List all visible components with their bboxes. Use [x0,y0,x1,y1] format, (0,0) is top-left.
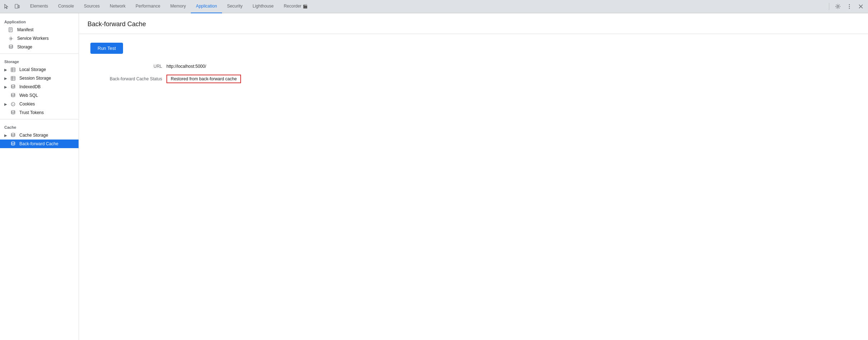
cache-status-row: Back-forward Cache Status Restored from … [90,75,857,83]
tab-network[interactable]: Network [105,0,131,13]
table-icon-session [11,76,16,81]
cookies-label: Cookies [19,101,35,107]
svg-point-15 [13,104,14,105]
tab-security[interactable]: Security [222,0,247,13]
local-storage-label: Local Storage [19,67,46,72]
sidebar-section-storage: Storage [0,56,79,65]
svg-point-16 [13,104,13,105]
sidebar-item-storage[interactable]: Storage [0,43,79,51]
sidebar-item-local-storage[interactable]: ▶ Local Storage [0,65,79,74]
page-title: Back-forward Cache [88,20,859,28]
cache-status-value: Restored from back-forward cache [166,75,241,83]
more-icon[interactable] [845,2,854,11]
svg-point-17 [11,110,15,112]
svg-rect-9 [11,68,15,72]
run-test-button[interactable]: Run Test [90,43,123,54]
svg-point-11 [11,85,15,86]
table-icon-local [11,67,16,72]
svg-point-13 [11,102,15,106]
tab-console[interactable]: Console [53,0,79,13]
database-icon-cache [11,133,16,138]
back-forward-cache-label: Back-forward Cache [19,141,58,146]
sidebar-item-indexeddb[interactable]: ▶ IndexedDB [0,82,79,91]
tab-memory[interactable]: Memory [165,0,191,13]
url-label: URL [90,64,162,69]
svg-point-12 [11,93,15,95]
tab-lighthouse[interactable]: Lighthouse [247,0,279,13]
manifest-label: Manifest [17,27,33,32]
expand-local-storage-icon[interactable]: ▶ [4,68,7,72]
expand-session-storage-icon[interactable]: ▶ [4,76,7,80]
database-icon-indexed [11,84,16,89]
sidebar-item-back-forward-cache[interactable]: Back-forward Cache [0,140,79,148]
session-storage-label: Session Storage [19,76,51,81]
file-icon [9,27,14,32]
divider-2 [0,119,79,119]
sidebar-item-web-sql[interactable]: Web SQL [0,91,79,100]
tab-application[interactable]: Application [191,0,222,13]
svg-point-5 [849,8,850,9]
web-sql-label: Web SQL [19,93,38,98]
settings-icon[interactable] [834,2,842,11]
sidebar-section-application: Application [0,16,79,25]
cache-storage-label: Cache Storage [19,133,48,138]
tab-bar: Elements Console Sources Network Perform… [0,0,868,13]
main-layout: Application Manifest Service Workers [0,13,868,340]
svg-rect-10 [11,76,15,80]
cache-status-label: Back-forward Cache Status [90,76,162,81]
tab-elements[interactable]: Elements [25,0,53,13]
sidebar-item-trust-tokens[interactable]: Trust Tokens [0,108,79,117]
toolbar-divider [829,3,829,10]
svg-point-8 [9,45,13,46]
svg-point-19 [11,142,15,143]
device-icon[interactable] [14,3,21,10]
svg-point-14 [12,103,13,104]
sidebar-item-session-storage[interactable]: ▶ Session Storage [0,74,79,82]
tab-recorder[interactable]: Recorder 🎬 [279,0,313,13]
tab-sources[interactable]: Sources [79,0,105,13]
expand-cookies-icon[interactable]: ▶ [4,102,7,106]
sidebar-section-cache: Cache [0,122,79,131]
gear-icon [9,36,14,41]
close-icon[interactable] [857,2,865,11]
tab-performance[interactable]: Performance [131,0,165,13]
sidebar-item-cookies[interactable]: ▶ Cookies [0,100,79,108]
toolbar-right [827,2,865,11]
content-header: Back-forward Cache [79,13,868,34]
cursor-icon[interactable] [3,3,10,10]
content-body: Run Test URL http://localhost:5000/ Back… [79,34,868,98]
url-row: URL http://localhost:5000/ [90,64,857,69]
expand-indexeddb-icon[interactable]: ▶ [4,85,7,89]
expand-cache-storage-icon[interactable]: ▶ [4,133,7,137]
database-icon-bfc [11,141,16,146]
sidebar-item-service-workers[interactable]: Service Workers [0,34,79,43]
database-icon-storage [9,44,14,49]
sidebar-item-manifest[interactable]: Manifest [0,25,79,34]
svg-rect-1 [18,5,19,8]
content-area: Back-forward Cache Run Test URL http://l… [79,13,868,340]
divider-1 [0,53,79,54]
trust-tokens-label: Trust Tokens [19,110,44,115]
svg-point-2 [837,6,839,8]
database-icon-trust [11,110,16,115]
service-workers-label: Service Workers [17,36,49,41]
devtools-icons [3,3,21,10]
cookie-icon [11,102,16,107]
url-value: http://localhost:5000/ [166,64,206,69]
storage-label: Storage [17,44,32,49]
sidebar-item-cache-storage[interactable]: ▶ Cache Storage [0,131,79,140]
svg-point-7 [10,38,12,39]
svg-point-4 [849,6,850,7]
svg-point-18 [11,133,15,134]
svg-point-3 [849,4,850,5]
svg-rect-0 [15,4,18,8]
indexeddb-label: IndexedDB [19,84,41,89]
sidebar: Application Manifest Service Workers [0,13,79,340]
database-icon-websql [11,93,16,98]
